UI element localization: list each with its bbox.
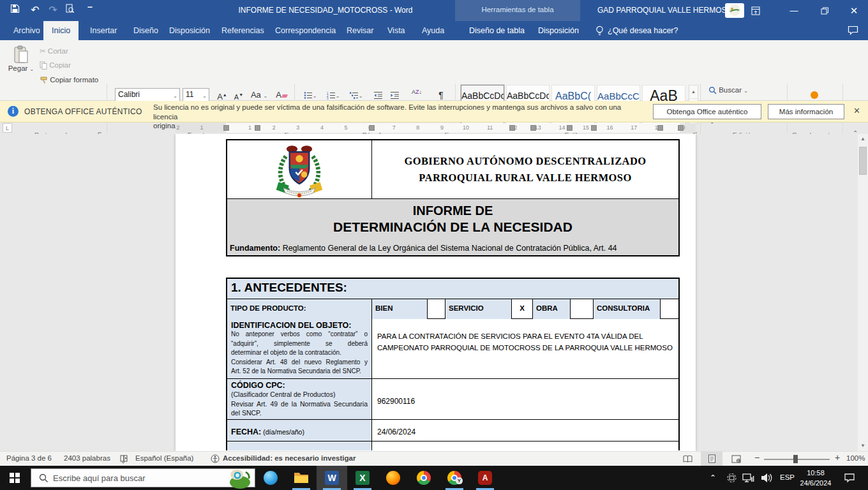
tray-app-icon[interactable] [726,473,737,490]
identificacion-value[interactable]: PARA LA CONTRATACIÓN DE SERVICIOS PARA E… [372,319,678,378]
start-button[interactable] [0,466,31,490]
tab-correspondencia[interactable]: Correspondencia [267,21,344,40]
logo-cell [227,140,372,198]
tab-diseno-de-tabla[interactable]: Diseño de tabla [461,21,533,40]
fundamento-row: Fundamento: Reglamento General de la Ley… [227,243,678,255]
tab-inicio[interactable]: Inicio [43,21,79,40]
scroll-thumb[interactable] [859,147,867,175]
web-layout-icon[interactable] [725,452,747,466]
ruler: L 2112345678910111213141516171819 [0,122,868,134]
fecha-value[interactable]: 24/06/2024 [372,420,678,441]
redo-icon[interactable]: ↷ [46,4,60,17]
tab-selector[interactable]: L [3,123,12,133]
clear-formatting-icon[interactable]: A [273,88,290,102]
zoom-slider-thumb[interactable] [793,455,798,463]
tab-vista[interactable]: Vista [379,21,414,40]
tab-insertar[interactable]: Insertar [82,21,125,40]
sort-icon[interactable]: AZ↓ [408,88,425,102]
taskbar-chrome-profile[interactable]: Y [439,466,470,490]
save-icon[interactable] [10,4,24,17]
taskbar: Escribe aquí para buscar W X [0,466,868,490]
tipo-producto-row: TIPO DE PRODUCTO: BIEN SERVICIO X OBRA C… [227,299,678,319]
tipo-bien-mark[interactable] [428,299,445,319]
language-indicator[interactable]: ESP [780,473,795,490]
taskbar-chrome[interactable] [408,466,439,490]
font-size-combo[interactable]: 11⌄ [183,88,209,102]
change-case-icon[interactable]: Aa ⌄ [249,88,269,102]
taskbar-word[interactable]: W [317,466,347,490]
tab-ayuda[interactable]: Ayuda [414,21,453,40]
more-info-button[interactable]: Más información [768,104,844,119]
volume-icon[interactable] [761,473,773,490]
addins-icon[interactable] [811,91,818,99]
tipo-obra-mark[interactable] [571,299,594,319]
paste-button[interactable]: Pegar ⌄ [6,45,36,72]
account-name[interactable]: GAD PARROQUIAL VALLE HERMOSO [597,6,733,15]
tell-me-box[interactable]: ¿Qué desea hacer? [608,21,678,40]
format-painter-button[interactable]: Copiar formato [40,76,98,84]
cut-button[interactable]: ✂ Cortar [40,47,68,56]
taskbar-search[interactable]: Escribe aquí para buscar [31,468,255,487]
feedback-comment-icon[interactable] [848,26,858,35]
search-icon [39,473,49,483]
taskbar-firefox[interactable] [378,466,408,490]
taskbar-acrobat[interactable]: A [470,466,500,490]
tab-archivo[interactable]: Archivo [5,21,49,40]
clock[interactable]: 10:58 24/6/2024 [795,468,836,488]
coat-of-arms-logo [270,142,329,198]
print-layout-icon[interactable] [701,452,722,466]
ribbon-tab-row: Archivo Inicio Insertar Diseño Disposici… [0,21,868,40]
language-indicator[interactable]: Español (España) [135,454,193,462]
find-button[interactable]: Buscar ⌄ [708,86,748,94]
license-warning-bar: i OBTENGA OFFICE AUTÉNTICO Su licencia n… [0,101,868,122]
warning-close-icon[interactable]: ✕ [853,106,860,115]
tipo-consultoria-mark[interactable] [661,299,681,319]
minimize-button[interactable]: — [780,0,808,21]
scroll-down-icon[interactable]: ▼ [858,441,868,451]
scroll-up-icon[interactable]: ▲ [858,134,868,144]
proofing-icon[interactable] [120,454,129,463]
codigo-cpc-value[interactable]: 962900116 [372,379,678,419]
undo-icon[interactable]: ↶ [28,4,42,17]
numbering-icon[interactable]: 123⌄ [323,88,343,102]
tray-chevron-icon[interactable]: ⌃ [710,473,716,490]
windows-logo-icon [10,473,20,483]
zoom-in-icon[interactable]: + [835,452,840,463]
ribbon-display-options-icon[interactable] [742,0,770,21]
multilevel-list-icon[interactable]: ⌄ [346,88,366,102]
styles-scroll-up-icon[interactable]: ▲ [689,85,698,98]
taskbar-edge[interactable] [255,466,286,490]
taskbar-excel[interactable]: X [347,466,378,490]
print-preview-icon[interactable] [65,4,79,17]
tipo-servicio-mark[interactable]: X [512,299,533,319]
zoom-out-icon[interactable]: − [754,452,760,463]
identificacion-row: IDENTIFICACION DEL OBJETO: No anteponer … [227,319,678,379]
vertical-scrollbar[interactable]: ▲ ▼ [858,134,868,451]
action-center-icon[interactable] [844,473,855,490]
close-button[interactable]: ✕ [840,0,868,21]
copy-button[interactable]: Copiar [40,61,71,70]
tab-referencias[interactable]: Referencias [213,21,273,40]
network-icon[interactable] [742,473,754,490]
font-name-combo[interactable]: Calibri⌄ [115,88,180,102]
pilcrow-icon[interactable]: ¶ [434,88,448,102]
get-office-button[interactable]: Obtenga Office auténtico [653,104,761,119]
grow-font-icon[interactable]: A▲ [214,88,230,102]
tab-disposicion[interactable]: Disposición [161,21,218,40]
quick-access-customize-icon[interactable]: ▔⌄ [83,4,97,17]
document-area: GOBIERNO AUTÓNOMO DESCENTRALIZADO PARROQ… [0,134,858,451]
document-page[interactable]: GOBIERNO AUTÓNOMO DESCENTRALIZADO PARROQ… [176,134,696,451]
read-mode-icon[interactable] [677,452,698,466]
tab-revisar[interactable]: Revisar [338,21,382,40]
decrease-indent-icon[interactable] [370,88,385,102]
word-count[interactable]: 2403 palabras [64,454,110,462]
increase-indent-icon[interactable] [387,88,402,102]
tab-disposicion-tabla[interactable]: Disposición [530,21,587,40]
shrink-font-icon[interactable]: A▼ [231,88,246,102]
accessibility-status[interactable]: Accesibilidad: es necesario investigar [223,454,355,462]
page-indicator[interactable]: Página 3 de 6 [6,454,52,462]
restore-button[interactable] [811,0,839,21]
taskbar-explorer[interactable] [286,466,317,490]
bullets-icon[interactable]: ⌄ [300,88,320,102]
zoom-level[interactable]: 100% [846,454,865,462]
